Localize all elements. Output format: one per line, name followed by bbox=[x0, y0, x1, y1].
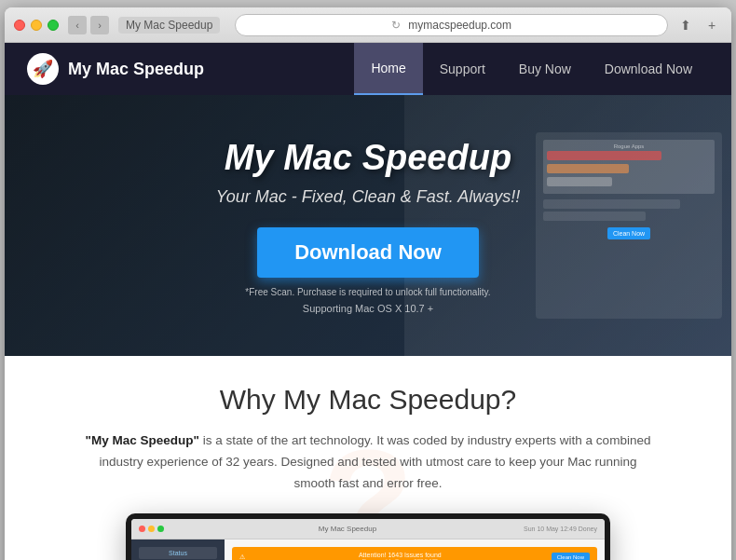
nav-home[interactable]: Home bbox=[354, 43, 422, 95]
hero-bg-decoration: Rogue Apps Clean Now bbox=[404, 95, 731, 356]
warning-icon: ⚠ bbox=[239, 553, 245, 560]
hero-screenshot-mock: Rogue Apps Clean Now bbox=[536, 132, 722, 319]
traffic-lights bbox=[14, 20, 59, 31]
nav-links: Home Support Buy Now Download Now bbox=[354, 43, 709, 95]
mac-window-title: My Mac Speedup bbox=[171, 525, 524, 533]
mac-sidebar: Status Cleanup One Touch Cleanup 880.5 M… bbox=[131, 540, 225, 560]
mac-screenshot-container: My Mac Speedup Sun 10 May 12:49 Doney St… bbox=[42, 513, 694, 560]
site-navbar: 🚀 My Mac Speedup Home Support Buy Now Do… bbox=[5, 43, 731, 95]
why-description: "My Mac Speedup" is a state of the art t… bbox=[79, 430, 657, 495]
hero-fine-print: *Free Scan. Purchase is required to unlo… bbox=[245, 287, 490, 297]
mac-alert-text: Attention! 1643 Issues found bbox=[249, 552, 552, 558]
hero-subtitle: Your Mac - Fixed, Clean & Fast. Always!! bbox=[216, 187, 520, 207]
hero-title: My Mac Speedup bbox=[225, 138, 511, 178]
logo-icon: 🚀 bbox=[27, 53, 59, 85]
browser-tab[interactable]: My Mac Speedup bbox=[118, 17, 220, 34]
browser-titlebar: ‹ › My Mac Speedup ↻ mymacspeedup.com ⬆ … bbox=[5, 7, 731, 43]
mac-screen-header: My Mac Speedup Sun 10 May 12:49 Doney bbox=[131, 519, 605, 540]
hero-support-text: Supporting Mac OS X 10.7 + bbox=[303, 303, 433, 314]
forward-button[interactable]: › bbox=[90, 16, 109, 34]
tab-label: My Mac Speedup bbox=[126, 19, 212, 32]
back-button[interactable]: ‹ bbox=[68, 16, 87, 34]
nav-download[interactable]: Download Now bbox=[588, 43, 709, 95]
url-bar[interactable]: ↻ mymacspeedup.com bbox=[235, 14, 668, 36]
close-button[interactable] bbox=[14, 20, 25, 31]
nav-buy[interactable]: Buy Now bbox=[502, 43, 588, 95]
why-desc-bold: "My Mac Speedup" bbox=[86, 433, 199, 447]
mac-close-dot bbox=[139, 526, 145, 532]
mac-screen-content: Status Cleanup One Touch Cleanup 880.5 M… bbox=[131, 540, 605, 560]
mac-main-area: ⚠ Attention! 1643 Issues found Recoverab… bbox=[225, 540, 605, 560]
new-tab-button[interactable]: + bbox=[702, 15, 722, 35]
mac-alert: ⚠ Attention! 1643 Issues found Recoverab… bbox=[232, 547, 597, 560]
why-title: Why My Mac Speedup? bbox=[42, 384, 694, 416]
share-button[interactable]: ⬆ bbox=[675, 15, 696, 35]
nav-buttons: ‹ › bbox=[68, 16, 109, 34]
mac-clean-now-button[interactable]: Clean Now bbox=[552, 553, 590, 560]
mac-sidebar-status: Status bbox=[139, 547, 217, 559]
rocket-icon: 🚀 bbox=[33, 59, 53, 79]
reload-icon[interactable]: ↻ bbox=[391, 19, 401, 32]
minimize-button[interactable] bbox=[31, 20, 42, 31]
mac-screen-dots bbox=[139, 526, 164, 532]
maximize-button[interactable] bbox=[48, 20, 59, 31]
mac-maximize-dot bbox=[157, 526, 164, 532]
browser-actions: ⬆ + bbox=[675, 15, 722, 35]
hero-download-button[interactable]: Download Now bbox=[257, 227, 479, 278]
brand-name: My Mac Speedup bbox=[68, 60, 204, 79]
hero-section: Rogue Apps Clean Now My Mac Speedup Your… bbox=[5, 95, 731, 356]
browser-window: ‹ › My Mac Speedup ↻ mymacspeedup.com ⬆ … bbox=[5, 7, 731, 560]
mac-datetime: Sun 10 May 12:49 Doney bbox=[524, 526, 597, 532]
why-section: ? Why My Mac Speedup? "My Mac Speedup" i… bbox=[5, 356, 731, 560]
website-content: 🚀 My Mac Speedup Home Support Buy Now Do… bbox=[5, 43, 731, 560]
mac-minimize-dot bbox=[148, 526, 155, 532]
nav-support[interactable]: Support bbox=[423, 43, 502, 95]
mac-frame: My Mac Speedup Sun 10 May 12:49 Doney St… bbox=[126, 513, 610, 560]
site-logo: 🚀 My Mac Speedup bbox=[27, 53, 354, 85]
mac-screen: My Mac Speedup Sun 10 May 12:49 Doney St… bbox=[131, 519, 605, 560]
url-text: mymacspeedup.com bbox=[408, 19, 511, 32]
